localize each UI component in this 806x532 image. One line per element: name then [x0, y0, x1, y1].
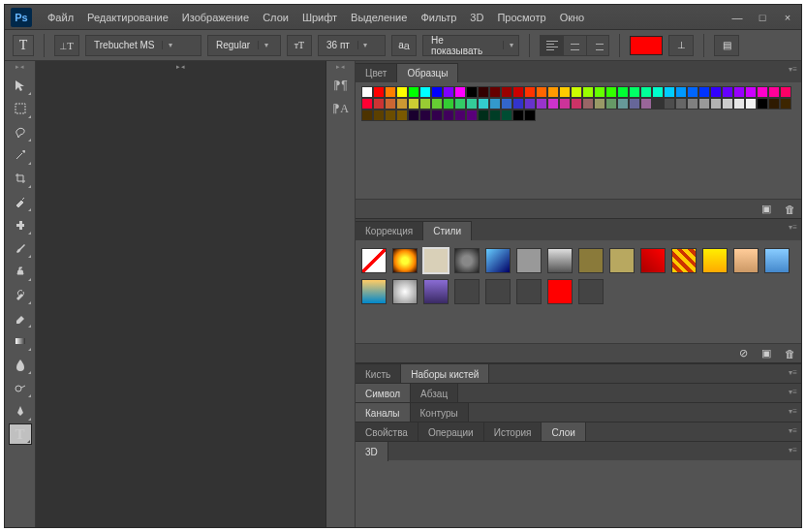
color-swatch[interactable]: [512, 110, 524, 121]
color-swatch[interactable]: [489, 98, 501, 110]
font-style-dropdown[interactable]: Regular▾: [207, 35, 281, 56]
crop-tool[interactable]: [9, 168, 32, 189]
color-swatch[interactable]: [431, 98, 443, 110]
lasso-tool[interactable]: [9, 121, 32, 142]
color-swatch[interactable]: [419, 110, 431, 121]
tab-3d[interactable]: 3D: [356, 442, 388, 461]
color-swatch[interactable]: [640, 86, 652, 98]
color-swatch[interactable]: [524, 110, 536, 121]
color-swatch[interactable]: [478, 110, 489, 121]
color-swatch[interactable]: [559, 98, 571, 110]
color-swatch[interactable]: [780, 98, 791, 110]
color-swatch[interactable]: [443, 86, 454, 98]
color-swatch[interactable]: [443, 98, 454, 110]
color-swatch[interactable]: [524, 98, 536, 110]
color-swatch[interactable]: [501, 110, 512, 121]
color-swatch[interactable]: [466, 86, 478, 98]
color-swatch[interactable]: [768, 86, 780, 98]
layer-style-preset[interactable]: [671, 248, 697, 273]
panel-menu-icon[interactable]: ▾≡: [789, 426, 797, 435]
color-swatch[interactable]: [512, 86, 524, 98]
color-swatch[interactable]: [547, 86, 559, 98]
color-swatch[interactable]: [675, 86, 687, 98]
color-swatch[interactable]: [373, 110, 385, 121]
layer-style-preset[interactable]: [361, 248, 387, 273]
color-swatch[interactable]: [443, 110, 454, 121]
menu-3d[interactable]: 3D: [470, 12, 483, 23]
brush-tool[interactable]: [9, 237, 32, 259]
layer-style-preset[interactable]: [547, 248, 573, 273]
color-swatch[interactable]: [582, 98, 594, 110]
color-swatch[interactable]: [757, 86, 768, 98]
color-swatch[interactable]: [652, 86, 664, 98]
grip-icon[interactable]: ▸◂: [328, 63, 354, 71]
color-swatch[interactable]: [605, 98, 617, 110]
layer-style-preset[interactable]: [423, 279, 449, 304]
color-swatch[interactable]: [664, 98, 675, 110]
menu-select[interactable]: Выделение: [351, 12, 407, 23]
color-swatch[interactable]: [454, 98, 466, 110]
layer-style-preset[interactable]: [423, 248, 449, 273]
align-left-button[interactable]: [540, 35, 563, 56]
new-swatch-icon[interactable]: ▣: [761, 203, 771, 215]
text-orientation-button[interactable]: ⟂T: [54, 35, 79, 56]
dodge-tool[interactable]: [9, 377, 32, 398]
layer-style-preset[interactable]: [485, 248, 511, 273]
color-swatch[interactable]: [687, 86, 698, 98]
color-swatch[interactable]: [664, 86, 675, 98]
text-color-swatch[interactable]: [630, 36, 663, 55]
canvas-area[interactable]: ▸◂: [36, 61, 326, 527]
color-swatch[interactable]: [710, 86, 722, 98]
color-swatch[interactable]: [733, 98, 745, 110]
color-swatch[interactable]: [466, 110, 478, 121]
color-swatch[interactable]: [547, 98, 559, 110]
color-swatch[interactable]: [768, 98, 780, 110]
character-panel-button[interactable]: ▤: [714, 35, 739, 56]
tab-character[interactable]: Символ: [356, 384, 411, 403]
color-swatch[interactable]: [629, 98, 640, 110]
color-swatch[interactable]: [396, 98, 408, 110]
color-swatch[interactable]: [454, 110, 466, 121]
color-swatch[interactable]: [571, 86, 582, 98]
tab-paths[interactable]: Контуры: [411, 403, 469, 422]
tab-swatches[interactable]: Образцы: [397, 63, 458, 82]
color-swatch[interactable]: [617, 86, 629, 98]
window-maximize-button[interactable]: □: [755, 12, 770, 23]
menu-layers[interactable]: Слои: [263, 12, 289, 23]
dock-icon-1[interactable]: ⁋¶: [329, 75, 353, 96]
color-swatch[interactable]: [594, 98, 605, 110]
color-swatch[interactable]: [454, 86, 466, 98]
layer-style-preset[interactable]: [578, 279, 604, 304]
align-center-button[interactable]: [563, 35, 586, 56]
color-swatch[interactable]: [698, 98, 710, 110]
color-swatch[interactable]: [478, 86, 489, 98]
color-swatch[interactable]: [710, 98, 722, 110]
color-swatch[interactable]: [745, 98, 757, 110]
layer-style-preset[interactable]: [454, 279, 480, 304]
tab-history[interactable]: История: [484, 422, 542, 442]
color-swatch[interactable]: [385, 110, 396, 121]
move-tool[interactable]: [9, 75, 32, 96]
blur-tool[interactable]: [9, 354, 32, 375]
color-swatch[interactable]: [489, 86, 501, 98]
color-swatch[interactable]: [408, 110, 419, 121]
font-family-dropdown[interactable]: Trebuchet MS▾: [85, 35, 202, 56]
layer-style-preset[interactable]: [516, 279, 542, 304]
grip-icon[interactable]: ▸◂: [8, 63, 33, 71]
color-swatch[interactable]: [675, 98, 687, 110]
color-swatch[interactable]: [687, 98, 698, 110]
color-swatch[interactable]: [629, 86, 640, 98]
color-swatch[interactable]: [501, 98, 512, 110]
layer-style-preset[interactable]: [392, 248, 418, 273]
warp-text-button[interactable]: ⊥: [668, 35, 694, 56]
color-swatch[interactable]: [722, 86, 733, 98]
color-swatch[interactable]: [361, 86, 373, 98]
color-swatch[interactable]: [373, 98, 385, 110]
color-swatch[interactable]: [524, 86, 536, 98]
tab-channels[interactable]: Каналы: [356, 403, 411, 422]
color-swatch[interactable]: [571, 98, 582, 110]
color-swatch[interactable]: [652, 98, 664, 110]
layer-style-preset[interactable]: [733, 248, 759, 273]
color-swatch[interactable]: [733, 86, 745, 98]
active-tool-indicator[interactable]: T: [13, 35, 34, 56]
